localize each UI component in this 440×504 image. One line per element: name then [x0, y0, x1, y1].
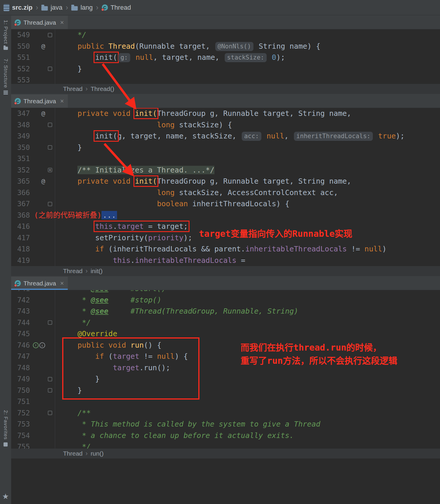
- gutter-icon-area: @: [32, 108, 45, 119]
- code-text: /**: [55, 407, 91, 419]
- code-text: long stackSize, AccessControlContext acc…: [55, 187, 338, 199]
- tab-close-icon[interactable]: ×: [60, 97, 64, 105]
- gutter-fold-area: [45, 340, 55, 351]
- tab-close-icon[interactable]: ×: [60, 280, 64, 287]
- code-text: this.inheritableThreadLocals =: [55, 255, 245, 266]
- code-line: 366 long stackSize, AccessControlContext…: [11, 187, 440, 199]
- overriding-method-icon[interactable]: ↑: [33, 342, 39, 348]
- nav-breadcrumb-src-zip[interactable]: src.zip: [4, 4, 33, 11]
- fold-marker-icon[interactable]: [48, 145, 52, 150]
- tab-thread-java[interactable]: CThread.java×: [11, 16, 68, 29]
- code-token: init(: [95, 132, 117, 140]
- code-token: ThreadGroup g, Runnable target, String n…: [157, 177, 351, 185]
- code-token: inheritThreadLocals:: [294, 132, 373, 141]
- gutter-fold-area: [45, 317, 55, 329]
- line-number: 365: [11, 176, 32, 187]
- line-number: 749: [11, 373, 32, 385]
- tab-thread-java[interactable]: CThread.java×: [11, 94, 68, 108]
- gutter-icon-area: [32, 187, 45, 199]
- tool-stripe-1-project[interactable]: 1: Project: [3, 20, 9, 50]
- code-text: if (inheritThreadLocals && parent.inheri…: [55, 243, 387, 255]
- breadcrumb-init[interactable]: init(): [91, 268, 103, 275]
- code-editor[interactable]: 741 * @see #start()742 * @see #stop()743…: [11, 290, 440, 449]
- code-token: @NonNls(): [215, 42, 253, 51]
- code-line: 365@ private void init(ThreadGroup g, Ru…: [11, 176, 440, 187]
- folded-region-icon[interactable]: +: [48, 168, 52, 172]
- code-token: boolean: [157, 199, 188, 208]
- breadcrumb-thread[interactable]: Thread: [63, 85, 83, 92]
- tool-stripe-7-structure[interactable]: 7: Structure: [3, 59, 9, 94]
- tool-stripe-2-favorites[interactable]: 2: Favorites: [3, 410, 9, 447]
- code-line: 752 /**: [11, 407, 440, 419]
- file-breadcrumb-bar: Thread›init(): [11, 266, 440, 276]
- fold-marker-icon[interactable]: [48, 411, 52, 415]
- line-number: 553: [11, 75, 32, 84]
- code-token: acc:: [242, 132, 261, 141]
- folder-icon: [41, 6, 48, 11]
- breadcrumb-label: java: [50, 4, 62, 11]
- code-token: #start(): [109, 290, 166, 293]
- code-editor[interactable]: 347@ private void init(ThreadGroup g, Ru…: [11, 108, 440, 266]
- gutter-icon-area: [32, 351, 45, 362]
- fold-marker-icon[interactable]: [48, 388, 52, 393]
- tab-bar: CThread.java×: [11, 94, 440, 108]
- favorites-star-icon[interactable]: ★: [2, 492, 9, 501]
- code-text: * This method is called by the system to…: [55, 419, 320, 430]
- code-line: 747 if (target != null) {: [11, 351, 440, 362]
- tab-bar: CThread.java×: [11, 276, 440, 290]
- line-number: 754: [11, 430, 32, 442]
- gutter-fold-area: [45, 232, 55, 244]
- fold-marker-icon[interactable]: [48, 123, 52, 127]
- code-token: private void: [60, 109, 135, 118]
- gutter-fold-area: [45, 430, 55, 442]
- code-token: #stop(): [109, 296, 162, 304]
- code-token: priority: [148, 234, 183, 242]
- gutter-fold-area: [45, 41, 55, 52]
- tab-label: Thread.java: [23, 280, 56, 287]
- annotation-gutter-icon: @: [41, 41, 45, 52]
- line-number: 750: [11, 385, 32, 396]
- fold-marker-icon[interactable]: [48, 320, 52, 325]
- code-editor[interactable]: 549 */550@ public Thread(Runnable target…: [11, 29, 440, 84]
- breadcrumb-thread[interactable]: Thread: [63, 450, 83, 457]
- code-token: this: [95, 222, 113, 231]
- code-line: 367 boolean inheritThreadLocals) {: [11, 198, 440, 210]
- gutter-icon-area: ↑↓: [32, 340, 45, 351]
- fold-marker-icon[interactable]: [48, 202, 52, 206]
- fold-marker-icon[interactable]: [48, 33, 52, 37]
- ide-window: src.zip›java›lang›CThread 1: Project7: S…: [0, 0, 440, 504]
- fold-marker-icon[interactable]: [48, 377, 52, 381]
- line-number: 755: [11, 441, 32, 449]
- gutter-fold-area: [45, 131, 55, 142]
- breadcrumb-run[interactable]: run(): [91, 450, 104, 457]
- code-token: , target, name,: [153, 53, 224, 62]
- code-text: * @see #start(): [55, 290, 166, 295]
- class-icon: C: [15, 280, 21, 286]
- code-token: target: [117, 222, 144, 231]
- gutter-fold-area: [45, 373, 55, 385]
- nav-breadcrumb-lang[interactable]: lang: [71, 4, 93, 11]
- overridden-method-icon[interactable]: ↓: [39, 342, 45, 348]
- nav-breadcrumb-thread[interactable]: CThread: [102, 4, 131, 11]
- tab-thread-java[interactable]: CThread.java×: [11, 277, 68, 290]
- gutter-fold-area: [45, 441, 55, 449]
- code-token: this: [113, 256, 131, 265]
- breadcrumb-thread[interactable]: Thread: [63, 268, 83, 275]
- code-text: */: [55, 441, 91, 449]
- code-line: 347@ private void init(ThreadGroup g, Ru…: [11, 108, 440, 119]
- tab-close-icon[interactable]: ×: [60, 19, 64, 26]
- gutter-icon-area: [32, 373, 45, 385]
- gutter-icon-area: @: [32, 41, 45, 52]
- fold-marker-icon[interactable]: [48, 67, 52, 71]
- breadcrumb-label: lang: [80, 4, 93, 11]
- code-token: [60, 352, 95, 361]
- code-token: }: [60, 386, 82, 395]
- code-token: [60, 256, 113, 265]
- gutter-fold-area: [45, 198, 55, 210]
- chevron-separator: ›: [64, 3, 70, 12]
- breadcrumb-thread[interactable]: Thread(): [91, 85, 114, 92]
- code-text: public void run() {: [55, 340, 161, 351]
- code-token: g:: [118, 53, 130, 62]
- chevron-separator: ›: [86, 450, 88, 457]
- nav-breadcrumb-java[interactable]: java: [41, 4, 62, 11]
